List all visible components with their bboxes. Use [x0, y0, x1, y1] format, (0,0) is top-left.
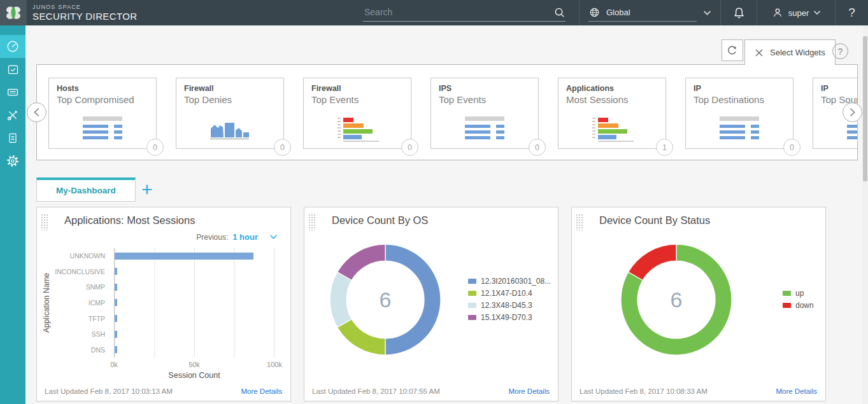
legend-item[interactable]: 12.1X47-D10.4 — [468, 289, 551, 298]
chevron-down-icon[interactable] — [703, 10, 711, 16]
card-title: Hosts — [57, 84, 148, 93]
bar[interactable] — [115, 315, 117, 322]
bar[interactable] — [115, 268, 117, 275]
select-widgets-tab[interactable]: Select Widgets — [744, 39, 836, 65]
donut-chart-os: 6 — [329, 244, 441, 356]
widget-card[interactable]: Applications Most Sessions 1 — [558, 78, 666, 149]
add-dashboard-button[interactable]: + — [141, 180, 153, 199]
sidebar-item-dashboard[interactable] — [0, 35, 25, 58]
card-title: Applications — [566, 84, 658, 93]
widget-title: Applications: Most Sessions — [64, 214, 195, 226]
widget-footer: Last Updated Feb 8, 2017 10:03:13 AM Mor… — [45, 387, 282, 395]
previous-period-control: Previous: 1 hour — [196, 232, 278, 242]
more-details-link[interactable]: More Details — [508, 387, 550, 395]
more-details-link[interactable]: More Details — [776, 387, 817, 395]
legend-swatch — [783, 303, 791, 308]
sidebar-item-administration[interactable] — [0, 150, 25, 172]
brand-top: JUNOS SPACE — [32, 4, 138, 10]
juniper-logo[interactable] — [0, 0, 27, 25]
legend-item[interactable]: 15.1X49-D70.3 — [468, 313, 551, 322]
legend-swatch — [783, 291, 791, 296]
carousel-next-button[interactable] — [843, 102, 862, 122]
topbar: JUNOS SPACE SECURITY DIRECTOR Global — [0, 0, 868, 25]
bar-row — [115, 268, 274, 275]
user-menu[interactable]: super — [757, 0, 835, 25]
notifications-button[interactable] — [720, 0, 757, 25]
widget-card[interactable]: Firewall Top Denies 0 — [176, 78, 284, 149]
more-details-link[interactable]: More Details — [241, 387, 282, 395]
x-axis-label: Session Count — [114, 371, 274, 380]
widget-card[interactable]: Firewall Top Events 0 — [303, 78, 411, 149]
carousel-prev-button[interactable] — [27, 102, 46, 122]
sidebar-item-monitor[interactable] — [0, 58, 25, 81]
bar-row — [115, 299, 274, 306]
legend-label: 12.3X48-D45.3 — [481, 301, 532, 310]
bar[interactable] — [115, 299, 117, 306]
legend-label: down — [795, 301, 814, 310]
chart-legend: 12.3I20160301_08...12.1X47-D10.412.3X48-… — [468, 277, 551, 325]
table-chart-icon — [431, 116, 538, 142]
refresh-button[interactable] — [722, 39, 743, 61]
search-input[interactable] — [363, 6, 553, 18]
question-icon: ? — [838, 46, 843, 57]
drag-handle-icon[interactable] — [576, 214, 583, 230]
user-icon — [771, 6, 784, 19]
legend-label: 12.1X47-D10.4 — [481, 289, 532, 298]
scrollbar-thumb[interactable] — [863, 36, 867, 181]
juniper-logo-icon — [4, 4, 22, 22]
tab-my-dashboard[interactable]: My-Dashboard — [36, 178, 136, 202]
page-title: SECURITY DIRECTOR — [32, 11, 138, 21]
widget-card[interactable]: Hosts Top Compromised 0 — [48, 78, 157, 149]
select-widgets-label: Select Widgets — [770, 48, 825, 57]
bell-icon — [732, 6, 746, 20]
widget-card[interactable]: IP Top Destinations 0 — [685, 78, 793, 149]
legend-item[interactable]: 12.3X48-D45.3 — [468, 301, 551, 310]
widget-footer: Last Updated Feb 8, 2017 10:07:55 AM Mor… — [312, 387, 550, 395]
dashboard-help-button[interactable]: ? — [832, 43, 848, 59]
sidebar-item-devices[interactable] — [0, 81, 25, 104]
legend-swatch — [468, 303, 476, 308]
previous-value-dropdown[interactable]: 1 hour — [232, 232, 258, 242]
table-chart-icon — [686, 116, 793, 142]
chevron-down-icon[interactable] — [269, 234, 278, 240]
widget-applications-most-sessions: Applications: Most Sessions Previous: 1 … — [36, 207, 291, 401]
domain-label: Global — [606, 8, 630, 17]
legend-item[interactable]: 12.3I20160301_08... — [468, 277, 551, 286]
legend-item[interactable]: up — [783, 289, 814, 298]
bar-row — [115, 331, 274, 338]
bar-row — [115, 284, 274, 291]
domain-selector[interactable]: Global — [579, 0, 720, 25]
legend-item[interactable]: down — [783, 301, 814, 310]
left-nav-sidebar — [0, 25, 25, 404]
card-subtitle: Top Compromised — [57, 94, 148, 105]
bar[interactable] — [115, 346, 117, 353]
y-axis-tick-labels: UNKNOWNINCONCLUSIVESNMPICMPTFTPSSHDNS — [37, 248, 111, 358]
drag-handle-icon[interactable] — [41, 214, 48, 230]
bar[interactable] — [115, 253, 253, 260]
y-tick-label: SSH — [37, 330, 111, 338]
user-name: super — [788, 8, 809, 18]
search-icon[interactable] — [553, 6, 566, 18]
bar[interactable] — [115, 284, 117, 291]
legend-swatch — [468, 315, 476, 320]
card-count-badge: 0 — [146, 139, 164, 156]
drag-handle-icon[interactable] — [308, 214, 316, 230]
widget-card[interactable]: IPS Top Events 0 — [430, 78, 539, 149]
sidebar-item-reports[interactable] — [0, 127, 25, 150]
bar-row — [115, 253, 274, 260]
bar[interactable] — [115, 331, 117, 338]
bar-row — [115, 346, 274, 353]
widget-carousel-panel: Hosts Top Compromised 0Firewall Top Deni… — [36, 64, 858, 160]
globe-icon — [588, 6, 601, 18]
gear-icon — [6, 154, 20, 168]
sidebar-item-configure[interactable] — [0, 104, 25, 127]
chevron-down-icon[interactable] — [813, 10, 821, 15]
y-tick-label: INCONCLUSIVE — [37, 268, 111, 275]
close-icon[interactable] — [755, 48, 764, 57]
main-content: Select Widgets ? Hosts Top Compromised 0… — [25, 25, 868, 404]
vertical-scrollbar[interactable] — [862, 25, 868, 404]
widget-device-count-by-os: Device Count By OS 6 12.3I20160301_08...… — [304, 207, 559, 401]
help-button[interactable]: ? — [835, 0, 868, 25]
table-chart-icon — [49, 116, 156, 142]
y-tick-label: SNMP — [37, 283, 111, 291]
